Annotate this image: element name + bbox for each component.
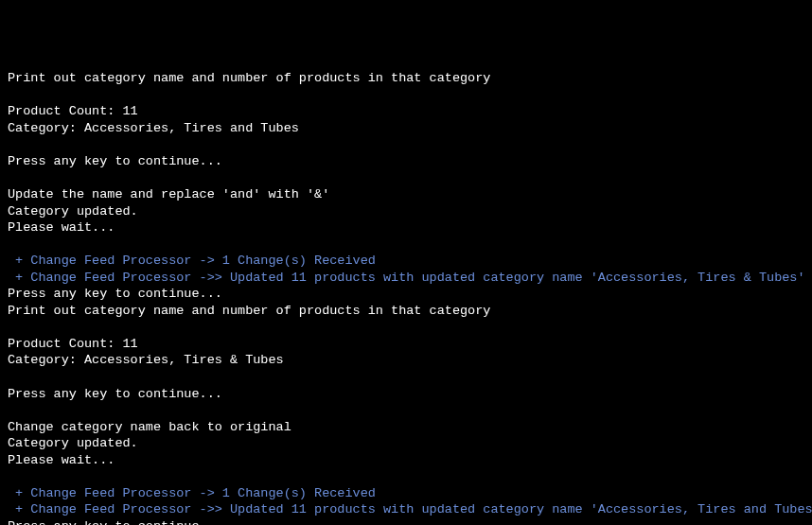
output-line: Print out category name and number of pr… — [8, 70, 804, 87]
output-line: Category updated. — [8, 435, 804, 452]
output-line: Press any key to continue... — [8, 386, 804, 403]
output-line — [8, 402, 804, 419]
output-line-info: + Change Feed Processor -> 1 Change(s) R… — [8, 253, 804, 270]
output-line: Please wait... — [8, 452, 804, 469]
output-line — [8, 236, 804, 254]
output-line: Category updated. — [8, 203, 804, 220]
output-line-info: + Change Feed Processor -> 1 Change(s) R… — [8, 485, 804, 502]
output-line — [8, 369, 804, 386]
output-line: Update the name and replace 'and' with '… — [8, 186, 804, 203]
output-line: Press any key to continue... — [8, 286, 804, 303]
output-line: Category: Accessories, Tires & Tubes — [8, 352, 804, 369]
output-line — [8, 87, 804, 104]
output-line: Change category name back to original — [8, 419, 804, 436]
output-line — [8, 468, 804, 485]
output-line — [8, 136, 804, 153]
output-line: Product Count: 11 — [8, 103, 804, 120]
output-line: Category: Accessories, Tires and Tubes — [8, 120, 804, 137]
output-line-info: + Change Feed Processor ->> Updated 11 p… — [8, 501, 804, 518]
output-line: Press any key to continue... — [8, 153, 804, 170]
output-line: Please wait... — [8, 219, 804, 236]
terminal-output[interactable]: Print out category name and number of pr… — [8, 70, 804, 525]
output-line — [8, 319, 804, 336]
output-line: Press any key to continue... — [8, 518, 804, 525]
output-line: Print out category name and number of pr… — [8, 303, 804, 320]
output-line — [8, 169, 804, 186]
output-line: Product Count: 11 — [8, 336, 804, 353]
output-line-info: + Change Feed Processor ->> Updated 11 p… — [8, 270, 804, 287]
